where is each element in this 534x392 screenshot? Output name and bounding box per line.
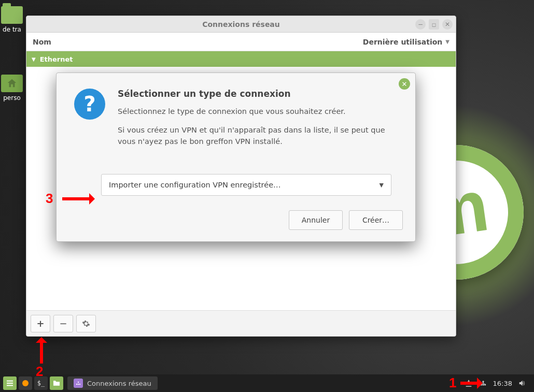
window-minimize-button[interactable]	[415, 19, 426, 30]
dialog-description-1: Sélectionnez le type de connexion que vo…	[118, 106, 398, 118]
firefox-icon	[21, 379, 30, 387]
settings-button[interactable]	[76, 315, 96, 332]
dropdown-value: Importer une configuration VPN enregistr…	[109, 181, 281, 189]
menu-icon	[6, 379, 14, 387]
bottom-toolbar: + −	[26, 310, 456, 336]
desktop-icons: de tra perso	[0, 6, 24, 122]
desktop-home[interactable]: perso	[0, 75, 24, 101]
desktop-label: perso	[0, 94, 24, 101]
sort-descending-icon: ▼	[445, 39, 449, 45]
taskbar-app-network[interactable]: Connexions réseau	[67, 376, 158, 390]
connection-type-dropdown[interactable]: Importer une configuration VPN enregistr…	[101, 174, 391, 196]
column-name[interactable]: Nom	[33, 38, 363, 46]
firefox-launcher[interactable]	[19, 376, 32, 390]
remove-connection-button[interactable]: −	[53, 315, 73, 332]
svg-rect-0	[7, 381, 13, 382]
desktop-folder-1[interactable]: de tra	[0, 6, 24, 33]
start-menu-button[interactable]	[3, 376, 17, 390]
chevron-down-icon: ▼	[380, 182, 384, 188]
system-tray: 16:38	[464, 379, 531, 388]
taskbar-app-label: Connexions réseau	[87, 380, 151, 387]
window-maximize-button[interactable]	[429, 19, 439, 30]
files-launcher[interactable]	[50, 376, 63, 390]
network-app-icon	[74, 379, 83, 388]
svg-rect-2	[7, 385, 13, 386]
svg-point-3	[22, 380, 29, 386]
add-connection-button[interactable]: +	[31, 315, 50, 332]
tray-network-icon[interactable]	[479, 379, 488, 388]
window-title: Connexions réseau	[202, 20, 280, 28]
collapse-icon: ▼	[32, 56, 36, 62]
question-icon: ?	[74, 89, 105, 120]
dialog-heading: Sélectionner un type de connexion	[118, 89, 398, 99]
dialog-description-2: Si vous créez un VPN et qu'il n'apparaît…	[118, 125, 398, 148]
taskbar: $_ Connexions réseau 16:38	[0, 374, 534, 392]
folder-icon	[1, 6, 23, 24]
tray-updates-icon[interactable]	[464, 379, 473, 388]
list-header: Nom Dernière utilisation ▼	[26, 33, 456, 51]
group-label: Ethernet	[40, 55, 73, 63]
gear-icon	[82, 320, 90, 328]
tray-volume-icon[interactable]	[517, 379, 527, 388]
column-last-used-label: Dernière utilisation	[363, 38, 442, 46]
titlebar[interactable]: Connexions réseau	[26, 16, 456, 33]
folder-icon	[52, 379, 61, 387]
desktop-label: de tra	[0, 26, 24, 33]
column-last-used[interactable]: Dernière utilisation ▼	[363, 38, 449, 46]
connection-type-dialog: ✕ ? Sélectionner un type de connexion Sé…	[56, 72, 416, 242]
svg-rect-1	[7, 383, 13, 384]
create-button[interactable]: Créer…	[349, 210, 403, 230]
dialog-close-button[interactable]: ✕	[399, 78, 410, 90]
cancel-button[interactable]: Annuler	[289, 210, 343, 230]
window-close-button[interactable]	[442, 19, 453, 30]
home-icon	[1, 75, 23, 92]
clock[interactable]: 16:38	[493, 380, 512, 387]
group-ethernet[interactable]: ▼ Ethernet	[26, 51, 456, 67]
terminal-launcher[interactable]: $_	[34, 376, 48, 390]
